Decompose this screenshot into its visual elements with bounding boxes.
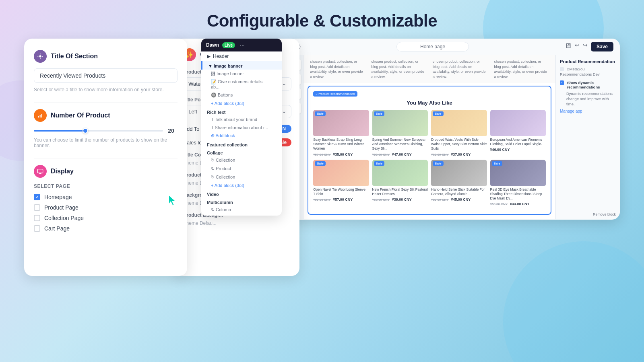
page-checkbox-label: Collection Page xyxy=(44,215,84,221)
sale-tag: Sale xyxy=(315,111,325,116)
text-col-2: chosen product, collection, or blog post… xyxy=(372,59,426,79)
title-section-label: Title Of Section xyxy=(51,53,98,60)
nav-column-1[interactable]: ↻ Column xyxy=(201,206,282,214)
undo-btn[interactable]: ↩ xyxy=(575,42,580,51)
dynamic-rec-description: Dynamic recommendations change and impro… xyxy=(566,91,616,107)
you-may-also-like-title: You May Also Like xyxy=(313,100,546,106)
product-card: Sale Hand-Held Selfie Stick Suitable For… xyxy=(431,160,487,206)
nav-give-customers-item[interactable]: 📝 Give customers details ab... xyxy=(201,78,282,91)
nav-collection-1[interactable]: ↻ Collection xyxy=(201,156,282,165)
add-block-btn-2[interactable]: ⊕ Add block xyxy=(201,132,282,140)
page-checkbox-item: Cart Page xyxy=(34,225,178,232)
product-price: ¥46.00 CNY xyxy=(490,148,546,152)
page-title: Configurable & Customizable xyxy=(0,0,644,39)
product-old-price: ¥57.00 CNY xyxy=(313,153,331,156)
slider-thumb xyxy=(83,128,88,134)
product-name: Dropped Waist Vests With Side Waist Zipp… xyxy=(431,138,487,151)
side-panel-subtitle-text: DMetaSoul Recommendations Dev xyxy=(560,67,600,76)
nav-talk-brand[interactable]: T Talk about your brand xyxy=(201,115,282,123)
store-main-content: chosen product, collection, or blog post… xyxy=(303,55,555,219)
nav-collection-2[interactable]: ↻ Collection xyxy=(201,173,282,181)
nav-collage: Collage xyxy=(201,148,282,156)
svg-rect-1 xyxy=(38,116,39,117)
product-card: Sale Spring And Summer New European And … xyxy=(372,110,428,156)
product-card: European And American Women's Clothing, … xyxy=(490,110,546,156)
product-card: Sale New French Floral Sexy Slit Pastora… xyxy=(372,160,428,206)
title-section-icon xyxy=(34,50,47,63)
page-checkbox[interactable] xyxy=(34,194,40,200)
nav-header[interactable]: ▶ Header xyxy=(201,51,282,61)
redo-btn[interactable]: ↪ xyxy=(583,42,588,51)
store-url-bar[interactable]: Home page xyxy=(396,42,469,51)
product-image: Sale xyxy=(490,160,546,186)
nav-image-banner-item[interactable]: 🖼 Image banner xyxy=(201,70,282,78)
product-old-price: ¥68.00 CNY xyxy=(372,198,390,202)
sale-tag: Sale xyxy=(433,161,443,166)
more-options-icon[interactable]: ··· xyxy=(240,42,245,48)
product-name: Hand-Held Selfie Stick Suitable For Came… xyxy=(431,187,487,196)
nav-video: Video xyxy=(201,189,282,197)
product-card: Sale Dropped Waist Vests With Side Waist… xyxy=(431,110,487,156)
manage-app-link[interactable]: Manage app xyxy=(560,109,616,113)
desktop-view-icon[interactable]: 🖥 xyxy=(564,42,572,51)
product-image: Sale xyxy=(431,110,487,136)
dynamic-rec-checkbox-row: Show dynamic recommendations xyxy=(560,80,616,89)
title-input[interactable] xyxy=(34,68,178,83)
product-price: ¥89.00 CNY ¥45.00 CNY xyxy=(431,197,487,202)
page-checkbox-label: Product Page xyxy=(44,204,78,211)
product-rec-header: • Product Recommendation xyxy=(313,91,546,97)
nav-buttons-item[interactable]: 🔘 Buttons xyxy=(201,91,282,99)
text-col-1: chosen product, collection, or blog post… xyxy=(310,59,365,79)
sale-tag: Sale xyxy=(315,161,325,166)
product-price: ¥57.00 CNY ¥35.00 CNY xyxy=(313,152,369,156)
show-dynamic-rec-group: Show dynamic recommendations Dynamic rec… xyxy=(560,80,616,107)
svg-rect-3 xyxy=(41,114,42,117)
live-badge: Live xyxy=(222,42,235,48)
product-image: Sale xyxy=(431,160,487,186)
page-checkbox[interactable] xyxy=(34,225,40,232)
product-background-value: Theme Defau... xyxy=(183,220,291,226)
page-checkbox-list: Homepage Product Page Collection Page Ca… xyxy=(34,194,178,232)
slider-fill xyxy=(34,130,85,132)
slider-track[interactable] xyxy=(34,130,163,132)
page-checkbox[interactable] xyxy=(34,204,40,211)
sale-tag: Sale xyxy=(374,161,384,166)
product-name: Open Navel Tie Wool Long Sleeve T-Shirt xyxy=(313,187,369,196)
product-card: Sale Sexy Backless Strap Sling Long Swea… xyxy=(313,110,369,156)
remove-block-button[interactable]: Remove block xyxy=(593,212,616,216)
product-name: Real 3D Eye Mask Breathable Shading Thre… xyxy=(490,187,546,201)
product-grid-top: Sale Sexy Backless Strap Sling Long Swea… xyxy=(313,110,546,156)
nav-share-info[interactable]: T Share information about r... xyxy=(201,123,282,132)
select-page-label: SELECT PAGE xyxy=(34,183,178,189)
left-settings-panel: Title Of Section Select or write a title… xyxy=(24,39,187,276)
product-image: Sale xyxy=(313,110,369,136)
shopify-top-bar: Dawn Live ··· xyxy=(201,39,282,51)
store-top-bar: ⟨ ⟩ Home page 🖥 ↩ ↪ Save xyxy=(287,39,620,55)
store-text-columns: chosen product, collection, or blog post… xyxy=(303,55,555,83)
nav-featured-collection: Featured collection xyxy=(201,140,282,148)
sale-tag: Sale xyxy=(433,111,443,116)
text-col-3: chosen product, collection, or blog post… xyxy=(433,59,487,79)
sale-tag: Sale xyxy=(374,111,384,116)
product-price: ¥58.00 CNY ¥33.00 CNY xyxy=(490,202,546,206)
add-block-btn-3[interactable]: + Add block (3/3) xyxy=(201,181,282,189)
save-button[interactable]: Save xyxy=(591,42,613,51)
nav-rich-text-title: Rich text xyxy=(201,107,282,115)
number-helper-text: You can choose to limit the number of pr… xyxy=(34,137,178,148)
page-checkbox-item: Collection Page xyxy=(34,215,178,221)
number-section-header: Number Of Product xyxy=(34,109,178,122)
product-price: ¥90.00 CNY ¥47.00 CNY xyxy=(372,152,428,156)
product-grid-bottom: Sale Open Navel Tie Wool Long Sleeve T-S… xyxy=(313,160,546,206)
shopify-nav-tree: ▶ Header ▼ Image banner 🖼 Image banner 📝… xyxy=(201,51,282,214)
number-section-icon xyxy=(34,109,47,122)
product-old-price: ¥62.00 CNY xyxy=(431,153,449,156)
nav-product[interactable]: ↻ Product xyxy=(201,165,282,173)
page-checkbox[interactable] xyxy=(34,215,40,221)
nav-image-banner-title[interactable]: ▼ Image banner xyxy=(201,61,282,70)
display-section-header: Display xyxy=(34,165,178,178)
page-checkbox-label: Cart Page xyxy=(44,225,70,232)
nav-multicolumn: Multicolumn xyxy=(201,197,282,206)
dynamic-rec-checkbox[interactable] xyxy=(560,80,564,85)
product-price: ¥62.00 CNY ¥37.00 CNY xyxy=(431,152,487,156)
add-block-btn-1[interactable]: + Add block (3/3) xyxy=(201,99,282,107)
